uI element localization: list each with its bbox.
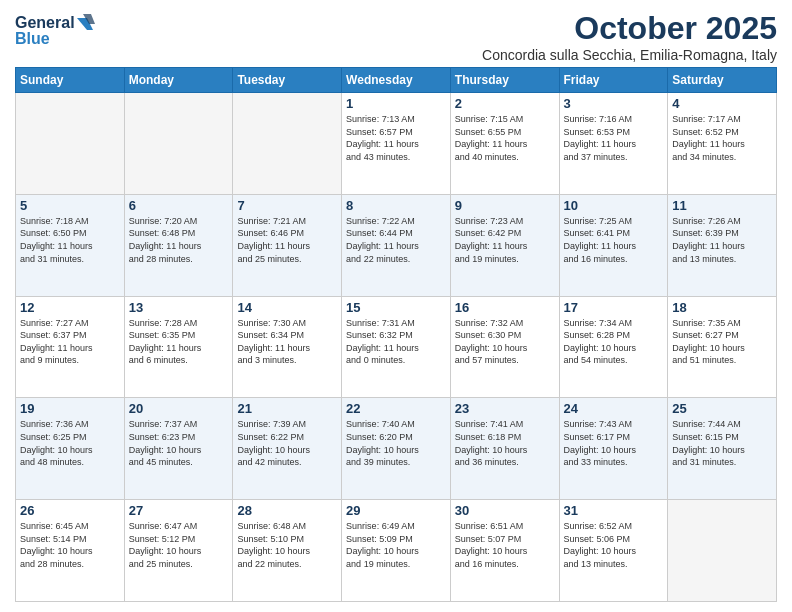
day-info: Sunrise: 7:20 AM Sunset: 6:48 PM Dayligh… [129,215,229,265]
calendar-day-cell: 14Sunrise: 7:30 AM Sunset: 6:34 PM Dayli… [233,296,342,398]
calendar-day-cell: 19Sunrise: 7:36 AM Sunset: 6:25 PM Dayli… [16,398,125,500]
day-number: 8 [346,198,446,213]
day-number: 27 [129,503,229,518]
day-info: Sunrise: 6:47 AM Sunset: 5:12 PM Dayligh… [129,520,229,570]
day-info: Sunrise: 6:51 AM Sunset: 5:07 PM Dayligh… [455,520,555,570]
day-info: Sunrise: 7:30 AM Sunset: 6:34 PM Dayligh… [237,317,337,367]
day-info: Sunrise: 7:41 AM Sunset: 6:18 PM Dayligh… [455,418,555,468]
title-block: October 2025 Concordia sulla Secchia, Em… [482,10,777,63]
calendar-day-cell [124,93,233,195]
calendar-day-cell: 10Sunrise: 7:25 AM Sunset: 6:41 PM Dayli… [559,194,668,296]
weekday-header-friday: Friday [559,68,668,93]
day-number: 1 [346,96,446,111]
day-info: Sunrise: 6:49 AM Sunset: 5:09 PM Dayligh… [346,520,446,570]
day-info: Sunrise: 6:48 AM Sunset: 5:10 PM Dayligh… [237,520,337,570]
weekday-header-sunday: Sunday [16,68,125,93]
calendar-day-cell: 13Sunrise: 7:28 AM Sunset: 6:35 PM Dayli… [124,296,233,398]
calendar-day-cell: 11Sunrise: 7:26 AM Sunset: 6:39 PM Dayli… [668,194,777,296]
svg-text:Blue: Blue [15,30,50,47]
day-number: 15 [346,300,446,315]
calendar-day-cell: 27Sunrise: 6:47 AM Sunset: 5:12 PM Dayli… [124,500,233,602]
calendar-day-cell: 7Sunrise: 7:21 AM Sunset: 6:46 PM Daylig… [233,194,342,296]
calendar-day-cell: 9Sunrise: 7:23 AM Sunset: 6:42 PM Daylig… [450,194,559,296]
subtitle: Concordia sulla Secchia, Emilia-Romagna,… [482,47,777,63]
calendar-day-cell: 18Sunrise: 7:35 AM Sunset: 6:27 PM Dayli… [668,296,777,398]
day-info: Sunrise: 7:26 AM Sunset: 6:39 PM Dayligh… [672,215,772,265]
day-number: 3 [564,96,664,111]
day-number: 25 [672,401,772,416]
calendar-day-cell: 24Sunrise: 7:43 AM Sunset: 6:17 PM Dayli… [559,398,668,500]
calendar-day-cell: 1Sunrise: 7:13 AM Sunset: 6:57 PM Daylig… [342,93,451,195]
day-number: 29 [346,503,446,518]
day-info: Sunrise: 7:34 AM Sunset: 6:28 PM Dayligh… [564,317,664,367]
day-number: 18 [672,300,772,315]
day-number: 17 [564,300,664,315]
day-number: 23 [455,401,555,416]
weekday-header-row: SundayMondayTuesdayWednesdayThursdayFrid… [16,68,777,93]
calendar-day-cell [16,93,125,195]
day-info: Sunrise: 7:27 AM Sunset: 6:37 PM Dayligh… [20,317,120,367]
day-info: Sunrise: 7:40 AM Sunset: 6:20 PM Dayligh… [346,418,446,468]
calendar-table: SundayMondayTuesdayWednesdayThursdayFrid… [15,67,777,602]
calendar-day-cell: 26Sunrise: 6:45 AM Sunset: 5:14 PM Dayli… [16,500,125,602]
calendar-day-cell: 6Sunrise: 7:20 AM Sunset: 6:48 PM Daylig… [124,194,233,296]
header: General Blue October 2025 Concordia sull… [15,10,777,63]
day-info: Sunrise: 7:43 AM Sunset: 6:17 PM Dayligh… [564,418,664,468]
day-number: 21 [237,401,337,416]
calendar-day-cell [668,500,777,602]
calendar-day-cell: 17Sunrise: 7:34 AM Sunset: 6:28 PM Dayli… [559,296,668,398]
calendar-week-row: 19Sunrise: 7:36 AM Sunset: 6:25 PM Dayli… [16,398,777,500]
day-number: 11 [672,198,772,213]
calendar-day-cell: 15Sunrise: 7:31 AM Sunset: 6:32 PM Dayli… [342,296,451,398]
svg-text:General: General [15,14,75,31]
calendar-day-cell: 31Sunrise: 6:52 AM Sunset: 5:06 PM Dayli… [559,500,668,602]
day-number: 10 [564,198,664,213]
calendar-week-row: 12Sunrise: 7:27 AM Sunset: 6:37 PM Dayli… [16,296,777,398]
day-number: 14 [237,300,337,315]
day-info: Sunrise: 7:23 AM Sunset: 6:42 PM Dayligh… [455,215,555,265]
logo: General Blue [15,10,95,48]
weekday-header-monday: Monday [124,68,233,93]
day-number: 12 [20,300,120,315]
day-number: 31 [564,503,664,518]
day-info: Sunrise: 7:16 AM Sunset: 6:53 PM Dayligh… [564,113,664,163]
day-info: Sunrise: 7:36 AM Sunset: 6:25 PM Dayligh… [20,418,120,468]
weekday-header-saturday: Saturday [668,68,777,93]
calendar-day-cell: 20Sunrise: 7:37 AM Sunset: 6:23 PM Dayli… [124,398,233,500]
day-info: Sunrise: 7:44 AM Sunset: 6:15 PM Dayligh… [672,418,772,468]
calendar-day-cell: 8Sunrise: 7:22 AM Sunset: 6:44 PM Daylig… [342,194,451,296]
month-title: October 2025 [482,10,777,47]
calendar-day-cell: 16Sunrise: 7:32 AM Sunset: 6:30 PM Dayli… [450,296,559,398]
day-info: Sunrise: 7:18 AM Sunset: 6:50 PM Dayligh… [20,215,120,265]
day-info: Sunrise: 7:39 AM Sunset: 6:22 PM Dayligh… [237,418,337,468]
day-number: 6 [129,198,229,213]
day-info: Sunrise: 7:15 AM Sunset: 6:55 PM Dayligh… [455,113,555,163]
day-info: Sunrise: 7:22 AM Sunset: 6:44 PM Dayligh… [346,215,446,265]
day-info: Sunrise: 7:37 AM Sunset: 6:23 PM Dayligh… [129,418,229,468]
day-number: 28 [237,503,337,518]
day-number: 19 [20,401,120,416]
weekday-header-thursday: Thursday [450,68,559,93]
day-number: 22 [346,401,446,416]
day-number: 4 [672,96,772,111]
day-number: 20 [129,401,229,416]
day-number: 2 [455,96,555,111]
calendar-day-cell: 28Sunrise: 6:48 AM Sunset: 5:10 PM Dayli… [233,500,342,602]
day-info: Sunrise: 7:32 AM Sunset: 6:30 PM Dayligh… [455,317,555,367]
day-number: 30 [455,503,555,518]
day-info: Sunrise: 7:31 AM Sunset: 6:32 PM Dayligh… [346,317,446,367]
calendar-day-cell: 2Sunrise: 7:15 AM Sunset: 6:55 PM Daylig… [450,93,559,195]
calendar-week-row: 1Sunrise: 7:13 AM Sunset: 6:57 PM Daylig… [16,93,777,195]
calendar-day-cell: 21Sunrise: 7:39 AM Sunset: 6:22 PM Dayli… [233,398,342,500]
calendar-day-cell: 22Sunrise: 7:40 AM Sunset: 6:20 PM Dayli… [342,398,451,500]
day-info: Sunrise: 6:45 AM Sunset: 5:14 PM Dayligh… [20,520,120,570]
day-info: Sunrise: 6:52 AM Sunset: 5:06 PM Dayligh… [564,520,664,570]
weekday-header-wednesday: Wednesday [342,68,451,93]
day-info: Sunrise: 7:25 AM Sunset: 6:41 PM Dayligh… [564,215,664,265]
calendar-day-cell: 12Sunrise: 7:27 AM Sunset: 6:37 PM Dayli… [16,296,125,398]
day-number: 26 [20,503,120,518]
calendar-day-cell: 3Sunrise: 7:16 AM Sunset: 6:53 PM Daylig… [559,93,668,195]
calendar-day-cell: 29Sunrise: 6:49 AM Sunset: 5:09 PM Dayli… [342,500,451,602]
day-info: Sunrise: 7:28 AM Sunset: 6:35 PM Dayligh… [129,317,229,367]
page: General Blue October 2025 Concordia sull… [0,0,792,612]
